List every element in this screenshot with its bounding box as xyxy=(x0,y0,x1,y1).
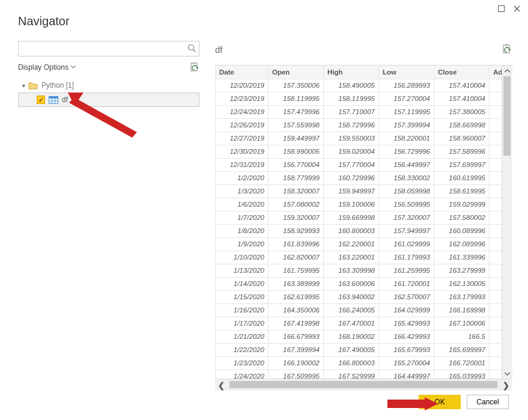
maximize-button[interactable] xyxy=(493,2,509,14)
nav-tree: ▾ Python [1] ✓ df xyxy=(18,78,199,107)
cell-date: 12/20/2019 xyxy=(216,79,269,92)
cell-value: 157.410004 xyxy=(434,79,490,92)
scroll-thumb[interactable] xyxy=(229,381,497,388)
cell-value: 166.679993 xyxy=(269,330,324,343)
cell-value: 157.559998 xyxy=(269,118,324,132)
tree-checkbox[interactable]: ✓ xyxy=(37,96,45,104)
table-row[interactable]: 1/14/2020163.389999163.600006161.7200011… xyxy=(216,277,502,290)
preview-refresh-icon[interactable] xyxy=(502,44,512,54)
vertical-scrollbar[interactable] xyxy=(502,65,512,379)
cell-date: 1/22/2020 xyxy=(216,343,269,356)
cell-value: 158.619995 xyxy=(434,184,490,198)
search-icon[interactable] xyxy=(187,44,196,52)
cell-value: 161.720001 xyxy=(379,277,434,290)
table-row[interactable]: 1/13/2020161.759995163.309998161.2599951… xyxy=(216,264,502,277)
table-row[interactable]: 12/31/2019156.770004157.770004156.449997… xyxy=(216,158,502,171)
cancel-button[interactable]: Cancel xyxy=(467,395,509,409)
cell-value: 158.059998 xyxy=(379,184,434,198)
table-row[interactable]: 12/30/2019158.990005159.020004156.729996… xyxy=(216,145,502,158)
cell-value: 158.330002 xyxy=(379,171,434,184)
table-row[interactable]: 12/27/2019159.449997159.550003158.220001… xyxy=(216,132,502,145)
cell-value: 162.570007 xyxy=(379,290,434,303)
cell-value: 156.509995 xyxy=(379,198,434,211)
cell-value: 157.270004 xyxy=(379,92,434,105)
cell-value: 161.179993 xyxy=(379,251,434,264)
cell-value: 161.339996 xyxy=(434,251,490,264)
table-row[interactable]: 12/23/2019158.119995158.119995157.270004… xyxy=(216,92,502,105)
table-row[interactable]: 1/15/2020162.619995163.940002162.5700071… xyxy=(216,290,502,303)
table-row[interactable]: 1/7/2020159.320007159.669998157.32000715… xyxy=(216,211,502,224)
cell-value: 157.080002 xyxy=(269,198,324,211)
cell-value: 158.929993 xyxy=(269,224,324,237)
cell-date: 1/17/2020 xyxy=(216,317,269,330)
scroll-up-button[interactable] xyxy=(502,65,512,76)
ok-button[interactable]: OK xyxy=(419,395,461,409)
column-header[interactable]: High xyxy=(324,65,379,79)
table-row[interactable]: 1/17/2020167.419998167.470001165.4299931… xyxy=(216,317,502,330)
tree-item-label: df xyxy=(62,96,68,104)
svg-marker-15 xyxy=(509,49,511,51)
cell-value xyxy=(490,105,502,118)
scroll-left-button[interactable]: ❮ xyxy=(215,379,227,391)
chevron-down-icon xyxy=(71,65,76,69)
table-row[interactable]: 1/9/2020161.839996162.220001161.02999916… xyxy=(216,237,502,251)
table-row[interactable]: 12/20/2019157.350006158.490005156.289993… xyxy=(216,79,502,92)
cell-value: 157.949997 xyxy=(379,224,434,237)
cell-value: 158.119995 xyxy=(324,92,379,105)
column-header[interactable]: Close xyxy=(434,65,490,79)
search-input[interactable] xyxy=(18,41,199,56)
scroll-right-button[interactable]: ❯ xyxy=(500,379,512,391)
cell-value xyxy=(490,198,502,211)
tree-root-item[interactable]: ▾ Python [1] xyxy=(18,78,199,93)
cell-value xyxy=(490,92,502,105)
table-row[interactable]: 1/10/2020162.820007163.220001161.1799931… xyxy=(216,251,502,264)
data-preview-table: Date Open High Low Close Adj Close 12/20… xyxy=(215,65,502,379)
cell-value: 167.509995 xyxy=(269,370,324,379)
column-header[interactable]: Adj Close xyxy=(490,65,502,79)
cell-value xyxy=(490,224,502,237)
refresh-icon[interactable] xyxy=(190,62,199,72)
cell-value: 166.429993 xyxy=(379,330,434,343)
table-row[interactable]: 1/16/2020164.350006166.240005164.0299991… xyxy=(216,303,502,317)
table-row[interactable]: 1/23/2020166.190002166.800003165.2700041… xyxy=(216,356,502,370)
cell-value: 156.770004 xyxy=(269,158,324,171)
cell-value xyxy=(490,330,502,343)
cell-value xyxy=(490,356,502,370)
cell-value: 157.710007 xyxy=(324,105,379,118)
cell-value: 164.350006 xyxy=(269,303,324,317)
cell-value: 158.119995 xyxy=(269,92,324,105)
cell-value: 159.669998 xyxy=(324,211,379,224)
cell-value: 164.029999 xyxy=(379,303,434,317)
cell-date: 1/9/2020 xyxy=(216,237,269,251)
column-header[interactable]: Open xyxy=(269,65,324,79)
cell-value: 163.309998 xyxy=(324,264,379,277)
tree-item-df[interactable]: ✓ df xyxy=(18,93,199,107)
display-options-dropdown[interactable]: Display Options xyxy=(18,63,76,72)
cell-value: 159.550003 xyxy=(324,132,379,145)
table-row[interactable]: 1/6/2020157.080002159.100006156.50999515… xyxy=(216,198,502,211)
cell-value: 166.169998 xyxy=(434,303,490,317)
table-row[interactable]: 12/24/2019157.479996157.710007157.119995… xyxy=(216,105,502,118)
expander-icon[interactable]: ▾ xyxy=(20,82,26,89)
table-row[interactable]: 1/21/2020166.679993168.190002166.4299931… xyxy=(216,330,502,343)
scroll-down-button[interactable] xyxy=(502,368,512,379)
scroll-thumb[interactable] xyxy=(503,76,511,156)
table-row[interactable]: 1/22/2020167.399994167.490005165.6799931… xyxy=(216,343,502,356)
cell-value: 158.320007 xyxy=(269,184,324,198)
cell-value: 166.720001 xyxy=(434,356,490,370)
cell-date: 1/10/2020 xyxy=(216,251,269,264)
table-row[interactable]: 1/3/2020158.320007159.949997158.05999815… xyxy=(216,184,502,198)
column-header[interactable]: Low xyxy=(379,65,434,79)
table-row[interactable]: 12/26/2019157.559998158.729996157.399994… xyxy=(216,118,502,132)
table-row[interactable]: 1/2/2020158.779999160.729996158.33000216… xyxy=(216,171,502,184)
cell-value: 158.960007 xyxy=(434,132,490,145)
column-header[interactable]: Date xyxy=(216,65,269,79)
horizontal-scrollbar[interactable]: ❮ ❯ xyxy=(215,379,512,391)
table-row[interactable]: 1/8/2020158.929993160.800003157.94999716… xyxy=(216,224,502,237)
close-button[interactable] xyxy=(509,2,524,14)
cell-value: 157.399994 xyxy=(379,118,434,132)
cell-value xyxy=(490,264,502,277)
cell-value: 159.449997 xyxy=(269,132,324,145)
cell-date: 1/24/2020 xyxy=(216,370,269,379)
table-row[interactable]: 1/24/2020167.509995167.529999164.4499971… xyxy=(216,370,502,379)
